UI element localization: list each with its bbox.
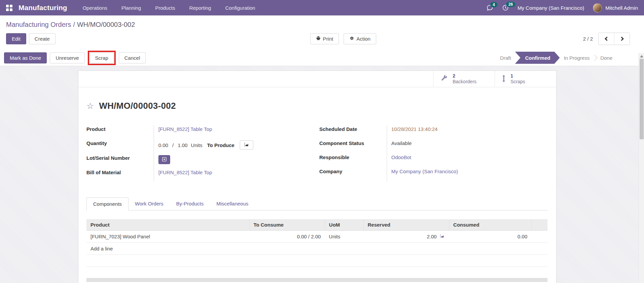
col-uom[interactable]: UoM xyxy=(325,219,364,231)
gear-icon xyxy=(349,36,354,42)
top-navbar: Manufacturing Operations Planning Produc… xyxy=(0,0,644,15)
breadcrumb: Manufacturing Orders/WH/MO/00003-002 xyxy=(6,21,135,28)
mark-as-done-button[interactable]: Mark as Done xyxy=(4,52,47,63)
quantity-label: Quantity xyxy=(86,139,154,146)
col-to-consume[interactable]: To Consume xyxy=(249,219,325,231)
component-status-label: Component Status xyxy=(319,139,387,146)
app-title[interactable]: Manufacturing xyxy=(18,4,67,12)
status-step-done[interactable]: Done xyxy=(595,52,618,64)
field-group: Product [FURN_8522] Table Top Quantity 0… xyxy=(86,125,547,183)
record-card: 2 Backorders 1 Scraps ☆ WH/MO/00003-002 xyxy=(78,70,557,283)
lot-serial-label: Lot/Serial Number xyxy=(86,154,154,161)
assign-lot-button[interactable] xyxy=(158,155,170,164)
pager-previous-button[interactable] xyxy=(599,33,614,45)
scrap-button[interactable]: Scrap xyxy=(89,52,114,63)
messages-button[interactable]: 4 xyxy=(486,5,493,11)
col-reserved[interactable]: Reserved xyxy=(364,219,449,231)
scroll-up-arrow-icon[interactable] xyxy=(640,55,643,57)
cell-reserved[interactable]: 2.00 xyxy=(364,231,449,243)
scrap-highlight-box: Scrap xyxy=(88,51,116,65)
cell-product[interactable]: [FURN_7023] Wood Panel xyxy=(86,231,249,243)
button-box: 2 Backorders 1 Scraps xyxy=(78,71,556,87)
pager-count: 2 / 2 xyxy=(583,36,593,42)
arrows-v-icon xyxy=(502,75,506,84)
to-produce-label: To Produce xyxy=(207,142,234,148)
breadcrumb-current: WH/MO/00003-002 xyxy=(77,21,135,28)
user-menu[interactable]: Mitchell Admin xyxy=(593,3,638,12)
apps-menu-icon[interactable] xyxy=(6,5,12,11)
scraps-stat-button[interactable]: 1 Scraps xyxy=(495,71,556,87)
record-title: WH/MO/00003-002 xyxy=(99,101,176,111)
cancel-button[interactable]: Cancel xyxy=(119,52,146,63)
company-label: Company xyxy=(319,168,387,174)
avatar xyxy=(593,3,602,12)
components-table: Product To Consume UoM Reserved Consumed… xyxy=(86,219,547,267)
main-menu: Operations Planning Products Reporting C… xyxy=(83,0,255,15)
forecast-chart-button[interactable] xyxy=(240,140,253,150)
chevron-left-icon xyxy=(605,37,609,41)
edit-button[interactable]: Edit xyxy=(6,33,26,44)
scheduled-date-value: 10/28/2021 13:40:24 xyxy=(391,126,438,132)
status-steps: Draft Confirmed In Progress Done xyxy=(495,52,618,64)
col-product[interactable]: Product xyxy=(86,219,249,231)
cell-consumed[interactable]: 0.00 xyxy=(449,231,531,243)
favorite-star-icon[interactable]: ☆ xyxy=(86,102,94,110)
tab-by-products[interactable]: By-Products xyxy=(170,197,210,210)
add-a-line-link[interactable]: Add a line xyxy=(86,243,547,255)
status-step-draft[interactable]: Draft xyxy=(495,52,517,64)
quantity-total: 1.00 xyxy=(178,142,187,148)
bom-value-link[interactable]: [FURN_8522] Table Top xyxy=(158,170,212,175)
quantity-uom: Units xyxy=(191,142,202,148)
table-row[interactable]: [FURN_7023] Wood Panel 0.00 / 2.00 Units… xyxy=(86,231,547,243)
responsible-label: Responsible xyxy=(319,153,387,160)
printer-icon xyxy=(316,36,320,42)
cell-to-consume[interactable]: 0.00 / 2.00 xyxy=(249,231,325,243)
scraps-count: 1 xyxy=(510,73,525,79)
status-step-confirmed[interactable]: Confirmed xyxy=(515,52,560,64)
user-name: Mitchell Admin xyxy=(605,5,638,11)
breadcrumb-parent-link[interactable]: Manufacturing Orders xyxy=(6,21,71,28)
pager-next-button[interactable] xyxy=(614,33,630,45)
messages-badge: 4 xyxy=(490,2,497,7)
company-value-link[interactable]: My Company (San Francisco) xyxy=(391,169,458,174)
menu-operations[interactable]: Operations xyxy=(83,0,107,15)
control-panel: Edit Create Print Action 2 / 2 xyxy=(0,30,644,50)
bom-label: Bill of Material xyxy=(86,169,154,175)
menu-products[interactable]: Products xyxy=(155,0,175,15)
form-view-background: 2 Backorders 1 Scraps ☆ WH/MO/00003-002 xyxy=(0,66,644,283)
menu-reporting[interactable]: Reporting xyxy=(189,0,211,15)
activities-button[interactable]: 26 xyxy=(502,4,509,11)
cell-uom[interactable]: Units xyxy=(325,231,364,243)
tab-components[interactable]: Components xyxy=(86,197,128,210)
scrollbar-thumb[interactable] xyxy=(640,59,644,139)
tab-miscellaneous[interactable]: Miscellaneous xyxy=(210,197,255,210)
backorders-count: 2 xyxy=(453,73,477,79)
statusbar: Mark as Done Unreserve Scrap Cancel Draf… xyxy=(0,50,644,66)
scheduled-date-label: Scheduled Date xyxy=(319,125,387,132)
scraps-label: Scraps xyxy=(510,79,525,85)
status-step-in-progress[interactable]: In Progress xyxy=(558,52,595,64)
quantity-done: 0.00 xyxy=(158,142,168,148)
wrench-icon xyxy=(440,75,448,83)
menu-planning[interactable]: Planning xyxy=(121,0,141,15)
create-button[interactable]: Create xyxy=(29,33,55,44)
chevron-right-icon xyxy=(619,37,624,41)
backorders-stat-button[interactable]: 2 Backorders xyxy=(433,71,495,87)
responsible-value-link[interactable]: OdooBot xyxy=(391,154,411,160)
vertical-scrollbar[interactable] xyxy=(639,53,644,283)
print-button[interactable]: Print xyxy=(310,33,339,44)
product-value-link[interactable]: [FURN_8522] Table Top xyxy=(158,126,212,132)
area-chart-icon xyxy=(244,142,250,148)
col-consumed[interactable]: Consumed xyxy=(449,219,531,231)
tab-work-orders[interactable]: Work Orders xyxy=(128,197,170,210)
action-button[interactable]: Action xyxy=(344,33,376,44)
plus-square-icon xyxy=(162,157,167,163)
menu-configuration[interactable]: Configuration xyxy=(225,0,255,15)
component-status-value: Available xyxy=(391,140,412,146)
product-label: Product xyxy=(86,125,154,132)
forecast-chart-icon[interactable] xyxy=(440,234,445,239)
activities-badge: 26 xyxy=(506,2,515,7)
unreserve-button[interactable]: Unreserve xyxy=(50,52,84,63)
horizontal-scrollbar[interactable] xyxy=(86,278,547,282)
company-switcher[interactable]: My Company (San Francisco) xyxy=(518,5,584,11)
